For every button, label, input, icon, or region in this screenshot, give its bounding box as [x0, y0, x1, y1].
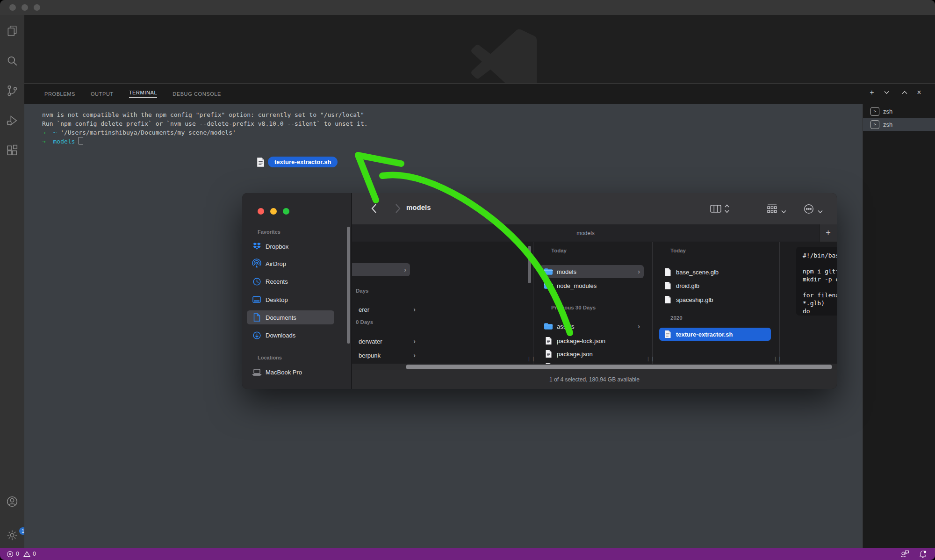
file-row-node_modules[interactable]: node_modules [540, 279, 644, 292]
finder-tab-title[interactable]: models [352, 224, 819, 242]
minimize-window-button[interactable] [22, 4, 28, 11]
column-section-header: Previous 30 Days [551, 305, 596, 310]
more-actions-icon[interactable] [804, 204, 814, 216]
file-row-erer[interactable]: erer› [355, 303, 419, 316]
terminal-cursor [79, 137, 83, 144]
search-icon[interactable] [6, 55, 18, 67]
file-row-assets[interactable]: assets› [540, 320, 644, 333]
panel-tab-debug-console[interactable]: DEBUG CONSOLE [173, 91, 221, 97]
preview-code-line: for filename in $(ls [803, 291, 837, 299]
file-name: erer [359, 306, 369, 313]
sidebar-item-label: Recents [266, 278, 288, 285]
sidebar-item-desktop[interactable]: Desktop [247, 293, 334, 307]
finder-window-title: models [406, 203, 431, 211]
sidebar-item-dropbox[interactable]: Dropbox [247, 239, 334, 253]
preview-code-box: #!/bin/bashnpm i gltf-pipeline -gmkdir -… [796, 247, 837, 316]
file-icon [544, 350, 553, 358]
sidebar-item-label: Documents [266, 314, 296, 321]
column-view-icon[interactable] [710, 205, 721, 215]
run-debug-icon[interactable] [6, 115, 18, 127]
column-divider[interactable] [652, 242, 653, 364]
file-row-package.json[interactable]: package.json [540, 347, 644, 360]
new-terminal-button[interactable]: + [868, 89, 876, 96]
file-row-derwater[interactable]: derwater› [355, 335, 419, 348]
column-divider[interactable] [533, 242, 533, 364]
terminal-list-item-zsh[interactable]: >zsh [863, 118, 935, 131]
file-name: package.json [557, 351, 593, 358]
sidebar-item-label: MacBook Pro [266, 369, 302, 376]
finder-columns: ❘❘ ❘❘ ❘❘ #!/bin/bashnpm i gltf-pipeline … [352, 242, 837, 364]
terminal-tabs-list: >zsh>zsh [863, 104, 935, 548]
file-row-droid.glb[interactable]: droid.glb [659, 279, 771, 292]
terminal-list-item-zsh[interactable]: >zsh [863, 105, 935, 118]
activity-bar: 1 [0, 15, 24, 548]
file-row-texture-extractor.sh[interactable]: texture-extractor.sh [659, 328, 771, 341]
sidebar-item-recents[interactable]: Recents [247, 274, 334, 288]
finder-zoom-button[interactable] [283, 208, 289, 215]
preview-code-line: #!/bin/bash [803, 251, 837, 259]
file-row-berpunk[interactable]: berpunk› [355, 349, 419, 362]
horizontal-scrollbar-thumb[interactable] [406, 365, 832, 369]
close-window-button[interactable] [9, 4, 16, 11]
sidebar-item-documents[interactable]: Documents [247, 310, 334, 324]
terminal-icon: > [870, 107, 879, 116]
file-row-models[interactable]: models› [540, 265, 644, 278]
file-row-spaceship.glb[interactable]: spaceship.glb [659, 293, 771, 306]
group-by-icon[interactable] [767, 204, 777, 215]
close-panel-button[interactable]: × [915, 89, 923, 96]
terminal-line: → models [42, 137, 368, 146]
finder-column-2: Todaymodels›node_modulesPrevious 30 Days… [534, 242, 650, 364]
problems-status[interactable]: 0 0 [7, 551, 36, 558]
file-row-package-lock.json[interactable]: package-lock.json [540, 334, 644, 347]
explorer-icon[interactable] [6, 25, 18, 37]
file-row-base_scene.glb[interactable]: base_scene.glb [659, 266, 771, 279]
back-button[interactable] [371, 203, 377, 215]
file-row-clipped[interactable]: › [352, 263, 410, 276]
sidebar-item-downloads[interactable]: Downloads [247, 328, 334, 342]
chevron-right-icon: › [413, 306, 416, 313]
finder-window[interactable]: FavoritesDropboxAirDropRecentsDesktopDoc… [242, 193, 837, 389]
finder-minimize-button[interactable] [270, 208, 277, 215]
sidebar-section-header: Favorites [258, 229, 280, 235]
new-tab-button[interactable]: + [819, 224, 837, 242]
preview-code-line: npm i gltf-pipeline -g [803, 267, 837, 275]
laptop-icon [252, 368, 261, 376]
terminal-dropdown-button[interactable] [883, 89, 890, 96]
file-icon [663, 281, 672, 290]
accounts-icon[interactable] [6, 495, 18, 508]
file-icon [663, 295, 672, 304]
panel-tab-bar: PROBLEMSOUTPUTTERMINALDEBUG CONSOLE [24, 83, 935, 104]
preview-more-label[interactable]: More... [796, 344, 837, 351]
window-titlebar [0, 0, 935, 15]
source-control-icon[interactable] [6, 85, 18, 97]
extensions-icon[interactable] [6, 144, 18, 157]
sidebar-item-macbook-pro[interactable]: MacBook Pro [247, 365, 334, 379]
settings-gear-icon[interactable]: 1 [6, 529, 18, 541]
panel-actions: + × [868, 89, 923, 96]
column-divider[interactable] [779, 242, 780, 364]
preview-code-line: *.glb) [803, 299, 837, 307]
column-scrollbar[interactable] [528, 246, 531, 283]
panel-tab-terminal[interactable]: TERMINAL [129, 90, 157, 98]
zoom-window-button[interactable] [34, 4, 40, 11]
desktop-icon [252, 295, 261, 304]
preview-code-line: mkdir -p out [803, 275, 837, 283]
dragged-file-chip[interactable]: texture-extractor.sh [257, 157, 338, 167]
view-switcher-chevrons-icon[interactable] [724, 204, 730, 215]
chevron-right-icon: › [638, 268, 640, 275]
panel-tab-problems[interactable]: PROBLEMS [44, 91, 75, 97]
forward-button[interactable] [395, 203, 401, 215]
feedback-icon[interactable] [900, 550, 909, 558]
panel-tab-output[interactable]: OUTPUT [91, 91, 114, 97]
maximize-panel-button[interactable] [901, 89, 908, 96]
folder-icon [544, 282, 553, 289]
file-name: node_modules [557, 282, 597, 289]
file-icon [663, 330, 672, 338]
terminal-line: → ~ '/Users/martinshibuya/Documents/my-s… [42, 128, 368, 137]
chevron-right-icon: › [638, 323, 640, 330]
sidebar-scrollbar[interactable] [347, 227, 350, 344]
notifications-bell-icon[interactable] [919, 550, 927, 558]
file-row-clipped[interactable] [540, 360, 644, 364]
finder-close-button[interactable] [258, 208, 264, 215]
sidebar-item-airdrop[interactable]: AirDrop [247, 257, 334, 271]
